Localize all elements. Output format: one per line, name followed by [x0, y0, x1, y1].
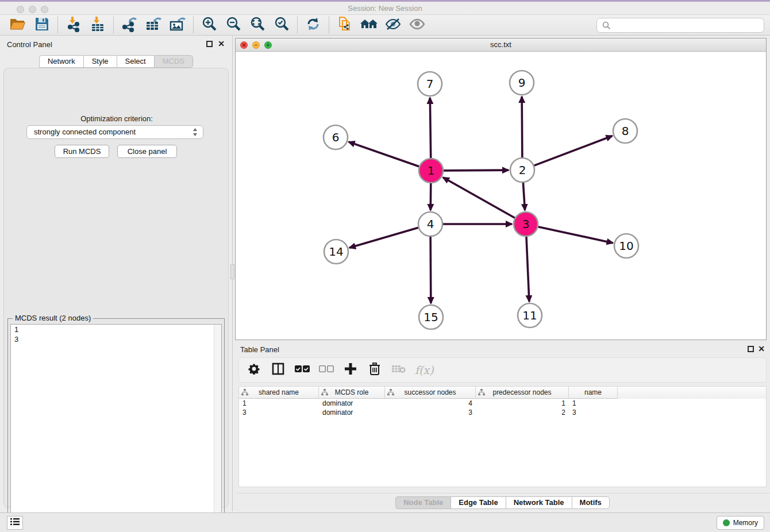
first-neighbors-button[interactable] [357, 16, 381, 34]
mcds-result-textarea[interactable]: 13 [10, 324, 222, 532]
table-cell[interactable]: dominator [319, 408, 385, 417]
column-header-shared-name[interactable]: shared name [239, 387, 319, 399]
network-close-icon[interactable]: ✕ [240, 41, 248, 49]
task-history-button[interactable] [7, 516, 23, 530]
network-zoom-icon[interactable]: + [264, 41, 272, 49]
trash-icon [369, 363, 380, 377]
table-settings-button[interactable] [246, 362, 262, 378]
table-panel: Table Panel ✕ f(x) shared nameMCDS roles… [235, 342, 770, 511]
node-6[interactable]: 6 [324, 125, 348, 149]
show-all-button[interactable] [405, 16, 429, 34]
table-row[interactable]: 1dominator411 [239, 399, 766, 408]
edge-1-2[interactable] [444, 170, 509, 171]
edge-4-14[interactable] [349, 228, 418, 248]
column-header-MCDS-role[interactable]: MCDS role [319, 387, 385, 399]
close-panel-icon[interactable]: ✕ [758, 346, 765, 352]
table-cell[interactable]: 1 [476, 399, 569, 408]
node-15[interactable]: 15 [419, 305, 443, 329]
search-input[interactable] [596, 18, 764, 33]
window-close-button[interactable] [17, 6, 24, 13]
window-zoom-button[interactable] [41, 6, 48, 13]
node-2[interactable]: 2 [510, 158, 534, 182]
table-row[interactable]: 3dominator323 [239, 408, 766, 417]
edge-2-8[interactable] [534, 136, 613, 166]
zoom-fit-button[interactable] [245, 16, 270, 34]
deselect-all-columns-button[interactable] [318, 362, 334, 378]
import-network-button[interactable] [61, 16, 86, 34]
edge-1-7[interactable] [430, 98, 430, 158]
edge-2-3[interactable] [523, 183, 525, 210]
zoom-selected-button[interactable] [270, 16, 294, 34]
splitter-handle[interactable] [230, 264, 234, 279]
hide-selected-button[interactable] [381, 16, 405, 34]
zoom-in-button[interactable] [197, 16, 221, 34]
tab-node-table[interactable]: Node Table [395, 496, 451, 509]
table-cell[interactable]: dominator [319, 399, 385, 408]
clone-network-icon [337, 16, 353, 35]
tab-style[interactable]: Style [83, 55, 117, 68]
edge-4-15[interactable] [430, 237, 431, 303]
network-window-titlebar[interactable]: ✕ − + scc.txt [236, 38, 766, 52]
network-canvas[interactable]: 7968124314101511 [236, 52, 766, 340]
tab-mcds[interactable]: MCDS [154, 55, 193, 68]
refresh-button[interactable] [301, 16, 325, 34]
memory-button[interactable]: Memory [717, 516, 764, 530]
function-builder-button[interactable]: f(x) [415, 364, 434, 376]
close-panel-button[interactable]: Close panel [117, 145, 177, 158]
save-session-button[interactable] [30, 16, 54, 34]
edge-3-10[interactable] [538, 227, 613, 243]
import-table-button[interactable] [86, 16, 110, 34]
edge-3-1[interactable] [443, 178, 515, 218]
mcds-result-group: MCDS result (2 nodes) 13 [7, 318, 225, 532]
edge-1-4[interactable] [430, 183, 431, 210]
column-header-name[interactable]: name [569, 387, 618, 399]
delete-table-button[interactable] [391, 362, 407, 378]
close-panel-icon[interactable]: ✕ [218, 41, 225, 47]
table-cell[interactable]: 3 [239, 408, 319, 417]
table-cell[interactable]: 1 [239, 399, 319, 408]
node-9[interactable]: 9 [510, 71, 534, 95]
tab-network-table[interactable]: Network Table [506, 496, 572, 509]
edge-3-11[interactable] [526, 237, 529, 302]
show-columns-button[interactable] [270, 362, 286, 378]
edge-2-9[interactable] [522, 97, 522, 157]
table-cell[interactable]: 4 [385, 399, 476, 408]
tab-edge-table[interactable]: Edge Table [451, 496, 505, 509]
node-1[interactable]: 1 [419, 159, 443, 183]
node-11[interactable]: 11 [518, 303, 542, 327]
optimization-criterion-select[interactable]: strongly connected component [26, 125, 203, 139]
add-column-button[interactable] [342, 362, 359, 378]
node-4[interactable]: 4 [418, 212, 442, 236]
table-cell[interactable]: 1 [569, 399, 618, 408]
export-image-button[interactable] [165, 16, 190, 34]
float-panel-icon[interactable] [748, 346, 754, 352]
clone-network-button[interactable] [333, 16, 357, 34]
tab-network[interactable]: Network [39, 55, 83, 68]
network-minimize-icon[interactable]: − [252, 41, 260, 49]
export-network-button[interactable] [117, 16, 141, 34]
tab-motifs[interactable]: Motifs [572, 496, 610, 509]
open-session-button[interactable] [6, 16, 30, 34]
tab-select[interactable]: Select [117, 55, 154, 68]
node-8[interactable]: 8 [613, 119, 637, 143]
edge-1-6[interactable] [349, 142, 419, 167]
node-3[interactable]: 3 [514, 212, 538, 236]
column-header-successor-nodes[interactable]: successor nodes [385, 387, 476, 399]
toolbar-separator [329, 17, 329, 33]
select-all-columns-button[interactable] [294, 362, 310, 378]
mcds-result-scrollbar[interactable] [214, 325, 221, 532]
node-10[interactable]: 10 [614, 234, 638, 258]
zoom-out-button[interactable] [221, 16, 245, 34]
table-cell[interactable]: 2 [476, 408, 569, 417]
node-7[interactable]: 7 [418, 72, 442, 96]
table-cell[interactable]: 3 [385, 408, 476, 417]
float-panel-icon[interactable] [206, 41, 213, 47]
run-mcds-button[interactable]: Run MCDS [55, 145, 109, 158]
window-minimize-button[interactable] [29, 6, 36, 13]
network-graph[interactable]: 7968124314101511 [236, 52, 766, 340]
table-cell[interactable]: 3 [569, 408, 618, 417]
delete-columns-button[interactable] [367, 362, 383, 378]
export-table-button[interactable] [141, 16, 165, 34]
column-header-predecessor-nodes[interactable]: predecessor nodes [476, 387, 569, 399]
node-14[interactable]: 14 [324, 240, 348, 264]
